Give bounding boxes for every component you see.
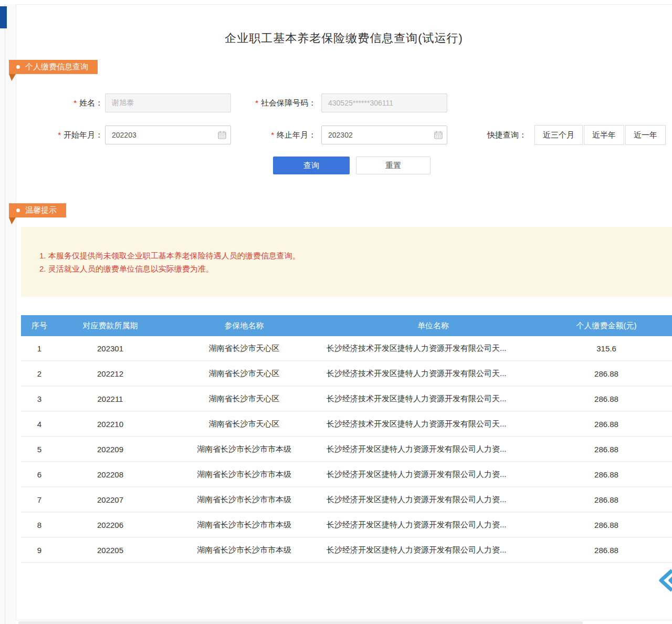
cell-period: 202208 [58,462,163,486]
tips-section-badge: 温馨提示 [9,203,66,217]
cell-serial: 1 [21,336,58,360]
end-month-input[interactable] [321,126,447,144]
cell-serial: 3 [21,387,58,411]
cell-employer: 长沙经济开发区捷特人力资源开发有限公司人力资... [326,487,541,512]
cell-area: 湖南省长沙市长沙市市本级 [163,462,326,486]
cell-amount: 286.88 [541,387,672,411]
cell-area: 湖南省长沙市长沙市市本级 [163,437,326,461]
start-month-label: *开始年月： [21,130,103,140]
reset-button[interactable]: 重置 [356,157,430,174]
cell-employer: 长沙经济技术开发区捷特人力资源开发有限公司天... [326,412,541,436]
double-left-chevron-icon[interactable] [657,568,672,592]
cell-serial: 5 [21,437,58,461]
start-month-field-wrap [105,126,231,144]
name-input[interactable] [105,93,231,112]
quick-query-group: 近三个月 近半年 近一年 [533,125,666,145]
table-header-cell: 对应费款所属期 [58,315,163,336]
ssn-input[interactable] [321,93,447,112]
cell-area: 湖南省长沙市长沙市市本级 [163,538,326,562]
cell-amount: 286.88 [541,513,672,537]
cell-area: 湖南省长沙市长沙市市本级 [163,487,326,512]
quick-query-3months-button[interactable]: 近三个月 [534,125,583,145]
quick-query-1year-button[interactable]: 近一年 [625,125,666,145]
query-section-badge: 个人缴费信息查询 [9,60,98,74]
payment-table: 序号 对应费款所属期 参保地名称 单位名称 个人缴费金额(元) 1 202301… [21,315,672,563]
ssn-label: *社会保障号码： [220,98,316,108]
cell-serial: 9 [21,538,58,562]
table-header-cell: 序号 [21,315,58,336]
cell-amount: 286.88 [541,487,672,512]
cell-amount: 286.88 [541,437,672,461]
name-label: *姓名： [21,98,103,108]
start-month-input[interactable] [105,126,231,144]
cell-area: 湖南省长沙市天心区 [163,412,326,436]
cell-employer: 长沙经济开发区捷特人力资源开发有限公司人力资... [326,462,541,486]
bullet-icon [16,209,20,212]
quick-query-halfyear-button[interactable]: 近半年 [584,125,624,145]
bullet-icon [16,65,20,69]
left-gutter-divider [5,4,5,624]
cell-employer: 长沙经济开发区捷特人力资源开发有限公司人力资... [326,437,541,461]
required-mark: * [74,98,77,107]
table-row: 7 202207 湖南省长沙市长沙市市本级 长沙经济开发区捷特人力资源开发有限公… [21,487,672,513]
cell-area: 湖南省长沙市天心区 [163,361,326,386]
notice-panel: 1. 本服务仅提供尚未领取企业职工基本养老保险待遇人员的缴费信息查询。 2. 灵… [21,227,672,297]
table-row: 4 202210 湖南省长沙市天心区 长沙经济技术开发区捷特人力资源开发有限公司… [21,412,672,437]
quick-query-label: 快捷查询： [487,130,527,140]
cell-employer: 长沙经济开发区捷特人力资源开发有限公司人力资... [326,538,541,562]
left-gutter [0,4,16,624]
query-section-badge-label: 个人缴费信息查询 [25,62,88,72]
cell-serial: 8 [21,513,58,537]
cell-serial: 4 [21,412,58,436]
cell-employer: 长沙经济技术开发区捷特人力资源开发有限公司天... [326,336,541,360]
cell-period: 202207 [58,487,163,512]
cell-amount: 286.88 [541,538,672,562]
notice-line: 2. 灵活就业人员的缴费单位信息以实际缴费为准。 [39,262,672,275]
end-month-field-wrap [321,126,447,144]
cell-period: 202206 [58,513,163,537]
tips-section-badge-label: 温馨提示 [25,205,57,215]
end-month-label: *终止年月： [220,130,316,140]
notice-line: 1. 本服务仅提供尚未领取企业职工基本养老保险待遇人员的缴费信息查询。 [39,249,672,262]
table-header-cell: 参保地名称 [163,315,326,336]
table-row: 9 202205 湖南省长沙市长沙市市本级 长沙经济开发区捷特人力资源开发有限公… [21,538,672,563]
page-title: 企业职工基本养老保险缴费信息查询(试运行) [16,30,672,46]
table-row: 1 202301 湖南省长沙市天心区 长沙经济技术开发区捷特人力资源开发有限公司… [21,336,672,361]
cell-amount: 286.88 [541,412,672,436]
table-header-row: 序号 对应费款所属期 参保地名称 单位名称 个人缴费金额(元) [21,315,672,336]
required-mark: * [271,130,274,139]
cell-amount: 286.88 [541,462,672,486]
cell-area: 湖南省长沙市长沙市市本级 [163,513,326,537]
table-row: 6 202208 湖南省长沙市长沙市市本级 长沙经济开发区捷特人力资源开发有限公… [21,462,672,487]
cell-employer: 长沙经济开发区捷特人力资源开发有限公司人力资... [326,513,541,537]
side-tab[interactable] [0,6,7,28]
name-field-wrap [105,93,231,112]
ssn-field-wrap [321,93,447,112]
table-row: 3 202211 湖南省长沙市天心区 长沙经济技术开发区捷特人力资源开发有限公司… [21,387,672,412]
bottom-edge-strip [18,621,583,624]
cell-period: 202211 [58,387,163,411]
table-header-cell: 个人缴费金额(元) [541,315,672,336]
cell-area: 湖南省长沙市天心区 [163,387,326,411]
cell-period: 202212 [58,361,163,386]
cell-amount: 286.88 [541,361,672,386]
required-mark: * [58,130,61,139]
cell-serial: 2 [21,361,58,386]
cell-employer: 长沙经济技术开发区捷特人力资源开发有限公司天... [326,387,541,411]
cell-period: 202301 [58,336,163,360]
table-row: 2 202212 湖南省长沙市天心区 长沙经济技术开发区捷特人力资源开发有限公司… [21,361,672,387]
cell-serial: 6 [21,462,58,486]
cell-area: 湖南省长沙市天心区 [163,336,326,360]
table-header-cell: 单位名称 [326,315,541,336]
cell-period: 202210 [58,412,163,436]
table-row: 8 202206 湖南省长沙市长沙市市本级 长沙经济开发区捷特人力资源开发有限公… [21,513,672,538]
table-row: 5 202209 湖南省长沙市长沙市市本级 长沙经济开发区捷特人力资源开发有限公… [21,437,672,462]
cell-period: 202209 [58,437,163,461]
cell-employer: 长沙经济技术开发区捷特人力资源开发有限公司天... [326,361,541,386]
cell-amount: 315.6 [541,336,672,360]
cell-period: 202205 [58,538,163,562]
calendar-icon[interactable] [434,131,443,139]
query-button[interactable]: 查询 [273,157,350,174]
required-mark: * [255,98,258,107]
cell-serial: 7 [21,487,58,512]
